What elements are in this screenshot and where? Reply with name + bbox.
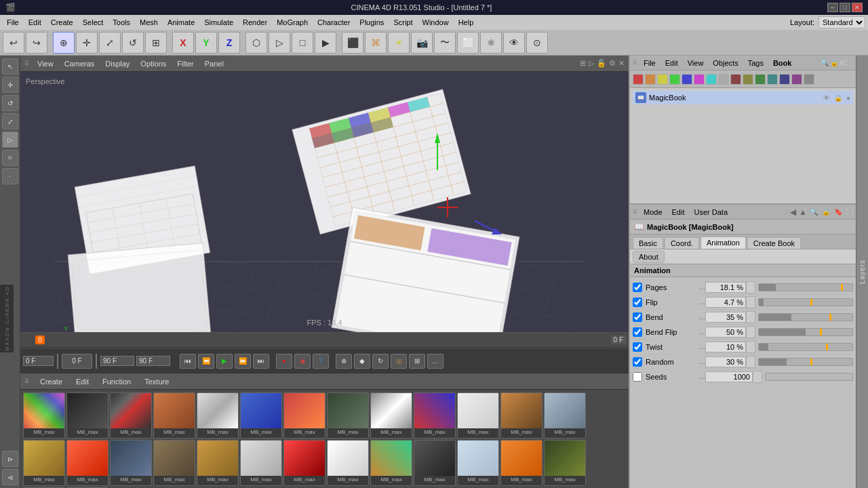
obj-item-magicbook[interactable]: 📖 MagicBook 👁 🔒 ●: [633, 91, 853, 104]
obj-dot-icon[interactable]: ●: [846, 94, 850, 102]
cube-btn[interactable]: ⬛: [342, 32, 363, 54]
prop-checkbox-flip[interactable]: [633, 298, 642, 307]
live-select-btn[interactable]: ⊕: [53, 32, 75, 54]
play-render-btn[interactable]: ▷: [269, 32, 290, 54]
left-poly[interactable]: ▷: [2, 131, 18, 148]
mat-menu-function[interactable]: Function: [100, 376, 134, 387]
viewport-render-icon[interactable]: ▷: [589, 59, 594, 68]
material-item-24[interactable]: MB_max: [457, 440, 499, 486]
menu-mograph[interactable]: MoGraph: [273, 17, 312, 28]
undo-btn[interactable]: ↩: [3, 32, 24, 54]
layer-swatch-5[interactable]: [682, 74, 692, 85]
extra-btn[interactable]: ⊙: [526, 32, 548, 54]
layer-swatch-12[interactable]: [767, 74, 778, 85]
marker-btn[interactable]: ◎: [391, 354, 407, 369]
props-lock-icon[interactable]: 🔒: [822, 208, 830, 216]
material-item-7[interactable]: MB_max: [283, 392, 326, 439]
menu-plugins[interactable]: Plugins: [355, 17, 388, 28]
viewport-menu-display[interactable]: Display: [102, 58, 132, 69]
y-axis-btn[interactable]: Y: [195, 32, 217, 54]
mat-menu-edit[interactable]: Edit: [73, 376, 92, 387]
play-btn[interactable]: ▶: [216, 354, 233, 369]
prop-stepper-twist[interactable]: ⊞: [746, 341, 755, 353]
props-tab-coord[interactable]: Coord.: [665, 237, 699, 249]
material-item-25[interactable]: MB_max: [500, 440, 542, 486]
menu-create[interactable]: Create: [47, 17, 77, 28]
menu-tools[interactable]: Tools: [108, 17, 134, 28]
prop-slider-bend[interactable]: [758, 313, 853, 321]
prop-checkbox-twist[interactable]: [633, 342, 642, 352]
go-start-btn[interactable]: ⏮: [180, 354, 196, 369]
menu-render[interactable]: Render: [239, 17, 271, 28]
display-btn[interactable]: 👁: [503, 32, 525, 54]
prop-stepper-flip[interactable]: ⊞: [746, 296, 755, 308]
menu-script[interactable]: Script: [389, 17, 416, 28]
play-next-btn[interactable]: ⏩: [235, 354, 251, 369]
layer-swatch-14[interactable]: [791, 74, 802, 85]
material-item-3[interactable]: MB_max: [110, 392, 152, 439]
material-item-17[interactable]: MB_max: [153, 440, 195, 486]
material-item-23[interactable]: MB_max: [414, 440, 456, 486]
material-item-16[interactable]: MB_max: [110, 440, 152, 486]
end-frame2-input[interactable]: [136, 356, 170, 366]
menu-edit[interactable]: Edit: [24, 17, 45, 28]
menu-character[interactable]: Character: [313, 17, 354, 28]
material-item-4[interactable]: MB_max: [153, 392, 195, 439]
floor-btn[interactable]: ⬜: [457, 32, 479, 54]
material-item-15[interactable]: MB_max: [66, 440, 108, 486]
layer-swatch-2[interactable]: [645, 74, 656, 85]
mat-drag-handle[interactable]: ⠿: [24, 378, 29, 385]
left-tool8[interactable]: ⊳: [2, 451, 18, 467]
render-btn[interactable]: ▶: [315, 32, 336, 54]
current-frame-input[interactable]: [23, 356, 54, 366]
rotate-btn[interactable]: ↺: [122, 32, 144, 54]
material-item-19[interactable]: MB_max: [240, 440, 282, 486]
camera-btn[interactable]: 📷: [411, 32, 433, 54]
obj-lock2-icon[interactable]: 🔒: [834, 94, 842, 102]
transform-btn[interactable]: ⊞: [145, 32, 167, 54]
layer-swatch-1[interactable]: [633, 74, 644, 85]
left-rotate[interactable]: ↺: [2, 95, 18, 111]
end-frame-input[interactable]: [100, 356, 134, 366]
left-edge[interactable]: ⌗: [2, 150, 18, 166]
viewport-menu-options[interactable]: Options: [138, 58, 169, 69]
record-auto-btn[interactable]: ◉: [294, 354, 311, 369]
key-btn[interactable]: ◆: [354, 354, 370, 369]
menu-file[interactable]: File: [3, 17, 23, 28]
material-item-11[interactable]: MB_max: [457, 392, 499, 439]
light-btn[interactable]: ☀: [388, 32, 410, 54]
props-menu-userdata[interactable]: User Data: [691, 207, 732, 218]
left-select[interactable]: ↖: [2, 58, 18, 75]
layer-swatch-7[interactable]: [706, 74, 717, 85]
z-axis-btn[interactable]: Z: [218, 32, 240, 54]
timeline-ruler[interactable]: 0 0 5 10 15 20 25 30 35 40 45: [20, 333, 629, 348]
obj-search-icon[interactable]: 🔍: [821, 59, 829, 66]
viewport-menu-panel[interactable]: Panel: [202, 58, 226, 69]
layer-swatch-6[interactable]: [694, 74, 705, 85]
left-scale[interactable]: ⤢: [2, 113, 18, 129]
menu-simulate[interactable]: Simulate: [200, 17, 237, 28]
props-tab-createbook[interactable]: Create Book: [747, 237, 801, 249]
obj-menu-edit[interactable]: Edit: [662, 58, 682, 68]
material-item-22[interactable]: MB_max: [370, 440, 412, 486]
prop-slider-bendflip[interactable]: [758, 328, 853, 336]
props-subtab-about[interactable]: About: [633, 251, 665, 263]
viewport-menu-filter[interactable]: Filter: [174, 58, 196, 69]
menu-window[interactable]: Window: [418, 17, 453, 28]
redo-btn[interactable]: ↪: [26, 32, 47, 54]
prop-stepper-bend[interactable]: ⊞: [746, 311, 755, 323]
obj-lock-icon[interactable]: 🔒: [830, 59, 838, 66]
left-move[interactable]: ✛: [2, 77, 18, 93]
material-item-14[interactable]: MB_max: [23, 440, 65, 486]
stop-render-btn[interactable]: □: [292, 32, 313, 54]
prop-stepper-pages[interactable]: ⊞: [746, 281, 755, 293]
layer-swatch-10[interactable]: [743, 74, 753, 85]
props-menu-edit[interactable]: Edit: [669, 207, 688, 218]
obj-menu-objects[interactable]: Objects: [709, 58, 741, 68]
layer-swatch-4[interactable]: [669, 74, 680, 85]
help-btn[interactable]: ?: [313, 354, 329, 369]
mat-menu-create[interactable]: Create: [37, 376, 65, 387]
prop-slider-pages[interactable]: [758, 283, 853, 291]
extras-btn[interactable]: …: [427, 354, 443, 369]
obj-menu-file[interactable]: File: [640, 58, 659, 68]
